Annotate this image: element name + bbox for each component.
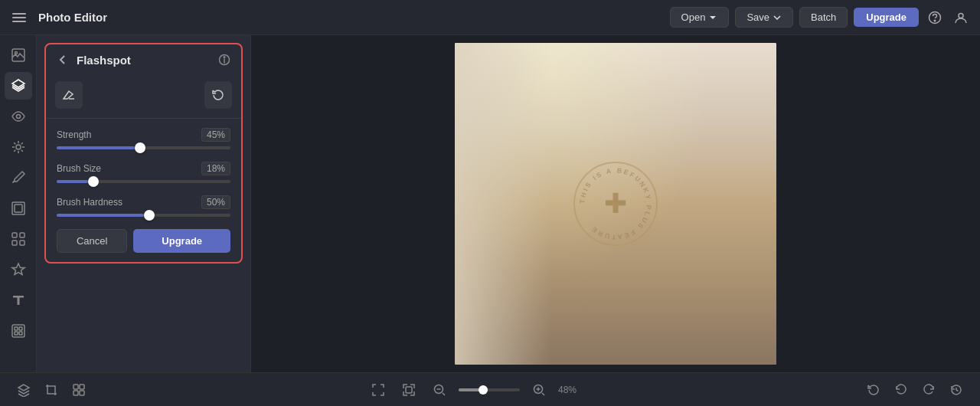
panel-tools	[46, 75, 241, 115]
panel-header: Flashspot	[46, 44, 241, 75]
cancel-button[interactable]: Cancel	[57, 229, 127, 253]
svg-rect-2	[12, 21, 26, 22]
bottom-grid-button[interactable]	[67, 378, 90, 401]
svg-rect-14	[12, 241, 17, 245]
svg-rect-19	[15, 332, 18, 335]
toolbar-star-button[interactable]	[5, 256, 32, 283]
svg-rect-28	[406, 387, 412, 393]
grid-icon	[11, 231, 26, 247]
watermark-text: THIS IS A BEFUNKY PLUS FEATURE	[575, 163, 656, 244]
frame-icon	[11, 201, 26, 216]
brush-hardness-slider[interactable]	[57, 214, 230, 217]
history-icon	[949, 383, 963, 397]
bottom-right-tools	[862, 378, 968, 401]
toolbar-grid-button[interactable]	[5, 225, 32, 253]
svg-point-5	[959, 13, 963, 18]
zoom-slider[interactable]	[459, 388, 520, 391]
canvas-image[interactable]: ✚ THIS IS A BEFUNKY PLUS FEATURE	[455, 43, 776, 365]
help-icon	[928, 11, 942, 25]
toolbar-layers-button[interactable]	[5, 72, 32, 100]
svg-rect-24	[74, 385, 78, 389]
svg-rect-15	[20, 241, 24, 245]
brush-icon	[11, 170, 26, 185]
text-icon	[11, 293, 26, 308]
svg-rect-0	[12, 13, 26, 15]
strength-slider[interactable]	[57, 146, 230, 149]
strength-label: Strength	[57, 129, 91, 140]
help-button[interactable]	[925, 8, 945, 28]
svg-rect-13	[20, 233, 24, 237]
svg-rect-26	[74, 391, 78, 395]
hamburger-button[interactable]	[9, 8, 29, 28]
back-button[interactable]	[55, 52, 70, 67]
svg-rect-16	[12, 325, 24, 337]
save-button[interactable]: Save	[735, 7, 793, 28]
bottom-layers-button[interactable]	[12, 378, 35, 401]
svg-point-22	[224, 57, 225, 58]
sparkle-icon	[11, 139, 26, 155]
zoom-in-icon	[532, 383, 546, 397]
star-icon	[11, 262, 26, 277]
undo-button[interactable]	[890, 378, 913, 401]
grid-bottom-icon	[72, 383, 86, 397]
toolbar-eye-button[interactable]	[5, 103, 32, 130]
zoom-percentage: 48%	[558, 385, 586, 395]
toolbar-text-button[interactable]	[5, 286, 32, 314]
refresh-button[interactable]	[862, 378, 885, 401]
eye-icon	[11, 109, 26, 124]
info-button[interactable]	[217, 52, 232, 67]
info-icon	[218, 54, 230, 66]
watermark: ✚ THIS IS A BEFUNKY PLUS FEATURE	[570, 158, 662, 250]
svg-rect-27	[80, 391, 84, 395]
account-button[interactable]	[951, 8, 971, 28]
toolbar-sparkle-button[interactable]	[5, 133, 32, 161]
redo-button[interactable]	[917, 378, 940, 401]
panel-upgrade-button[interactable]: Upgrade	[133, 229, 230, 253]
brush-size-label: Brush Size	[57, 163, 101, 174]
erase-tool-button[interactable]	[55, 81, 83, 109]
actual-size-button[interactable]	[397, 378, 420, 401]
back-arrow-icon	[57, 54, 69, 66]
zoom-out-button[interactable]	[428, 378, 451, 401]
zoom-in-button[interactable]	[528, 378, 550, 401]
chevron-down-icon	[708, 13, 717, 22]
crop-icon	[44, 383, 58, 397]
bottom-left-tools	[12, 378, 90, 401]
bottom-crop-button[interactable]	[40, 378, 63, 401]
svg-point-9	[16, 145, 21, 149]
flashspot-panel: Flashspot	[44, 43, 243, 264]
svg-rect-1	[12, 17, 26, 18]
left-toolbar	[0, 35, 37, 372]
svg-rect-17	[15, 327, 18, 330]
toolbar-gallery-button[interactable]	[5, 41, 32, 69]
account-icon	[954, 11, 968, 25]
svg-rect-20	[19, 332, 22, 335]
header-actions: Open Save Batch Upgrade	[670, 7, 971, 28]
export-icon	[11, 323, 26, 339]
refresh-icon	[867, 383, 880, 397]
brush-hardness-label: Brush Hardness	[57, 197, 122, 208]
bottom-center-tools: 48%	[90, 378, 862, 401]
layers-bottom-icon	[17, 383, 31, 397]
canvas-area: ✚ THIS IS A BEFUNKY PLUS FEATURE	[251, 35, 980, 372]
upgrade-button[interactable]: Upgrade	[854, 8, 919, 27]
brush-hardness-section: Brush Hardness 50%	[46, 189, 241, 223]
reset-tool-button[interactable]	[204, 81, 232, 109]
svg-rect-18	[19, 327, 22, 330]
toolbar-brush-button[interactable]	[5, 164, 32, 192]
panel-buttons: Cancel Upgrade	[46, 223, 241, 253]
zoom-out-icon	[433, 383, 446, 397]
fit-screen-button[interactable]	[367, 378, 390, 401]
panel-title: Flashspot	[77, 54, 211, 67]
brush-size-section: Brush Size 18%	[46, 156, 241, 189]
svg-point-8	[16, 115, 20, 119]
open-button[interactable]: Open	[670, 7, 730, 28]
toolbar-frame-button[interactable]	[5, 195, 32, 222]
svg-rect-11	[15, 205, 22, 212]
batch-button[interactable]: Batch	[799, 7, 848, 28]
eraser-icon	[62, 88, 76, 102]
svg-text:THIS IS A BEFUNKY PLUS FEATURE: THIS IS A BEFUNKY PLUS FEATURE	[578, 166, 652, 241]
toolbar-export-button[interactable]	[5, 317, 32, 345]
history-button[interactable]	[945, 378, 968, 401]
brush-size-slider[interactable]	[57, 180, 230, 183]
